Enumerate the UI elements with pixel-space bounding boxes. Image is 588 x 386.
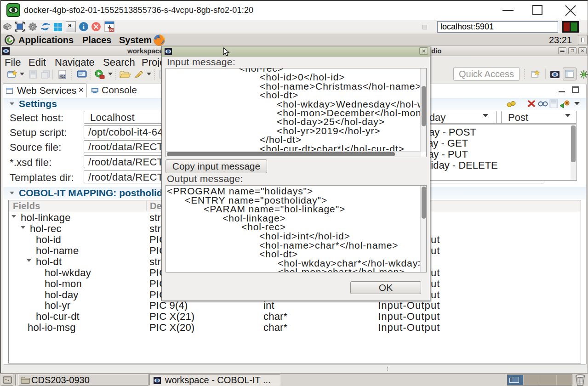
svg-text:i: i bbox=[83, 23, 85, 30]
svg-text:010: 010 bbox=[60, 75, 65, 78]
